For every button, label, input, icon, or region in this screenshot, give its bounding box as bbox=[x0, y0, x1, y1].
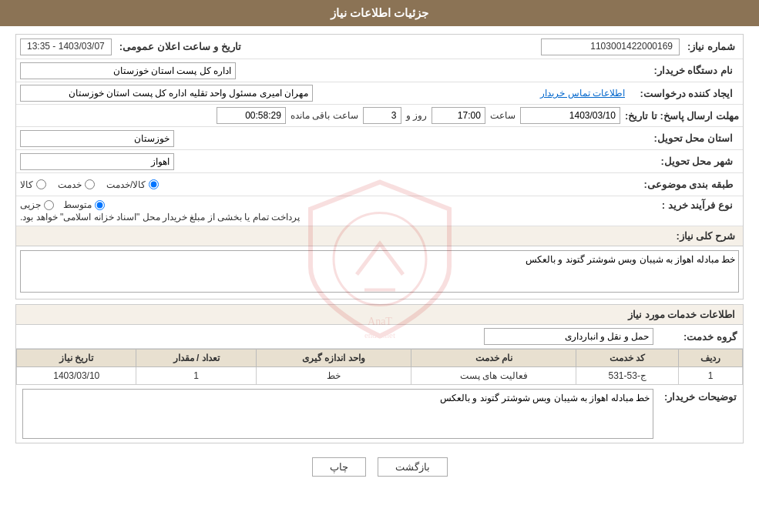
col-header-date: تاریخ نیاز bbox=[17, 350, 136, 367]
col-header-code: کد خدمت bbox=[576, 350, 679, 367]
deadline-remaining-input bbox=[217, 107, 286, 124]
need-description-title: شرح کلی نیاز: bbox=[16, 226, 743, 246]
deadline-days-input bbox=[363, 107, 401, 124]
purchase-type-label: نوع فرآیند خرید : bbox=[631, 199, 739, 211]
general-info-block: شماره نیاز: 1103001422000169 تاریخ و ساع… bbox=[15, 34, 744, 299]
col-header-quantity: تعداد / مقدار bbox=[136, 350, 256, 367]
deadline-label: مهلت ارسال پاسخ: تا تاریخ: bbox=[625, 110, 739, 122]
purchase-type-desc: پرداخت تمام یا بخشی از مبلغ خریدار محل "… bbox=[20, 212, 300, 223]
buyer-desc-label: توضیحات خریدار: bbox=[660, 389, 737, 403]
cell-unit: خط bbox=[256, 367, 411, 385]
cell-date: 1403/03/10 bbox=[17, 367, 136, 385]
service-group-row: گروه خدمت: bbox=[16, 325, 743, 349]
cell-code: ج-53-531 bbox=[576, 367, 679, 385]
creator-input bbox=[20, 85, 313, 102]
deadline-time-input bbox=[432, 107, 485, 124]
deadline-days-label: روز و bbox=[406, 110, 427, 121]
buyer-desc-row: توضیحات خریدار: bbox=[16, 385, 743, 443]
city-row: شهر محل تحویل: bbox=[16, 150, 743, 173]
deadline-time-label: ساعت bbox=[490, 110, 516, 121]
province-input bbox=[20, 130, 174, 147]
need-id-value: 1103001422000169 bbox=[541, 38, 680, 55]
city-label: شهر محل تحویل: bbox=[631, 156, 739, 167]
page-header: جزئیات اطلاعات نیاز bbox=[0, 0, 759, 26]
province-label: استان محل تحویل: bbox=[631, 132, 739, 144]
table-row: 1 ج-53-531 فعالیت های پست خط 1 1403/03/1… bbox=[17, 367, 743, 385]
creator-label: ایجاد کننده درخواست: bbox=[631, 88, 739, 99]
org-input bbox=[20, 62, 236, 79]
city-input bbox=[20, 153, 174, 170]
creator-row: ایجاد کننده درخواست: اطلاعات تماس خریدار bbox=[16, 82, 743, 105]
needs-info-title: اطلاعات خدمات مورد نیاز bbox=[16, 305, 743, 325]
announce-date-value: 1403/03/07 - 13:35 bbox=[20, 38, 112, 55]
category-row: طبقه بندی موضوعی: کالا/خدمت خدمت bbox=[16, 173, 743, 196]
print-button[interactable]: چاپ bbox=[312, 457, 366, 477]
purchase-type-options: متوسط جزیی bbox=[20, 199, 105, 210]
need-description-container bbox=[16, 246, 743, 299]
announce-label: تاریخ و ساعت اعلان عمومی: bbox=[119, 41, 241, 52]
need-description-textarea[interactable] bbox=[20, 250, 739, 293]
bottom-buttons: بازگشت چاپ bbox=[15, 448, 744, 486]
service-group-input bbox=[484, 328, 653, 345]
need-id-label: شماره نیاز: bbox=[687, 41, 735, 52]
deadline-remaining-label: ساعت باقی مانده bbox=[291, 110, 358, 121]
service-group-label: گروه خدمت: bbox=[660, 331, 737, 343]
category-option-kala-khedmat[interactable]: کالا/خدمت bbox=[106, 179, 159, 190]
province-row: استان محل تحویل: bbox=[16, 127, 743, 150]
need-id-row: شماره نیاز: 1103001422000169 تاریخ و ساع… bbox=[16, 35, 743, 59]
needs-table: ردیف کد خدمت نام خدمت واحد اندازه گیری ت… bbox=[16, 349, 743, 385]
col-header-name: نام خدمت bbox=[411, 350, 576, 367]
contact-link[interactable]: اطلاعات تماس خریدار bbox=[540, 88, 625, 99]
category-option-kala[interactable]: کالا bbox=[20, 179, 46, 190]
cell-index: 1 bbox=[679, 367, 743, 385]
back-button[interactable]: بازگشت bbox=[378, 457, 448, 477]
org-row: نام دستگاه خریدار: bbox=[16, 59, 743, 82]
needs-info-block: اطلاعات خدمات مورد نیاز گروه خدمت: ردیف … bbox=[15, 304, 744, 443]
purchase-type-motavaset[interactable]: متوسط bbox=[63, 199, 105, 210]
category-label: طبقه بندی موضوعی: bbox=[631, 179, 739, 190]
purchase-type-jozyi[interactable]: جزیی bbox=[20, 199, 54, 210]
cell-name: فعالیت های پست bbox=[411, 367, 576, 385]
cell-quantity: 1 bbox=[136, 367, 256, 385]
category-option-khedmat[interactable]: خدمت bbox=[58, 179, 95, 190]
deadline-date-input bbox=[520, 107, 620, 124]
category-radio-group: کالا/خدمت خدمت کالا bbox=[20, 179, 159, 190]
buyer-desc-textarea[interactable] bbox=[22, 389, 653, 439]
purchase-type-row: نوع فرآیند خرید : متوسط جزیی پرداخت تمام… bbox=[16, 196, 743, 226]
col-header-index: ردیف bbox=[679, 350, 743, 367]
org-label: نام دستگاه خریدار: bbox=[631, 65, 739, 76]
deadline-row: مهلت ارسال پاسخ: تا تاریخ: ساعت روز و سا… bbox=[16, 105, 743, 127]
col-header-unit: واحد اندازه گیری bbox=[256, 350, 411, 367]
